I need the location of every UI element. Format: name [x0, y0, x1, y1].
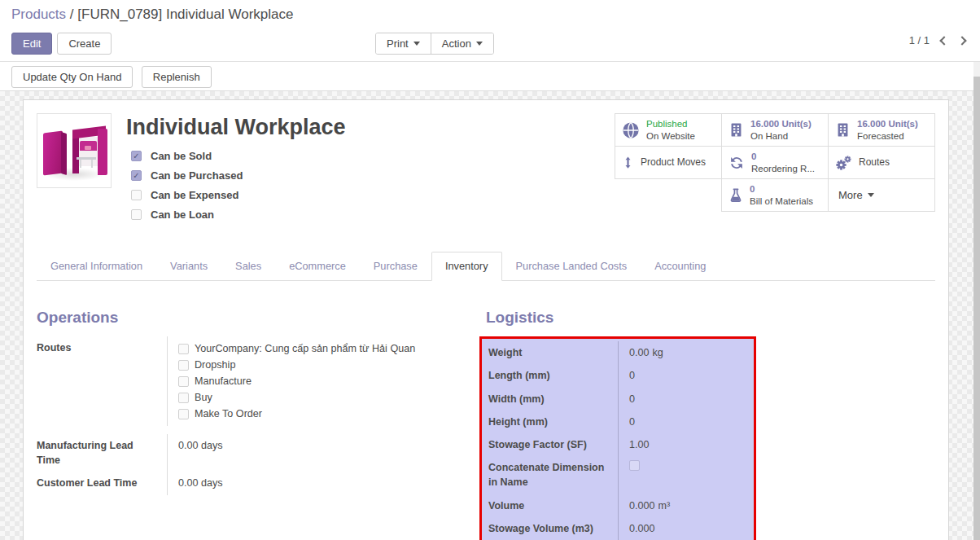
can-be-expensed-checkbox[interactable] [131, 190, 142, 200]
form-statusbar: Update Qty On Hand Replenish [0, 63, 980, 91]
product-image[interactable] [37, 113, 112, 188]
logistics-highlighted-region: Weight 0.00kg Length (mm) 0 Width (mm) 0 [479, 336, 756, 540]
tab-inventory[interactable]: Inventory [431, 252, 502, 281]
can-be-sold-checkbox[interactable] [131, 151, 142, 161]
caret-down-icon [868, 193, 874, 197]
length-value: 0 [618, 364, 754, 387]
caret-down-icon [413, 42, 420, 46]
flag-can-be-expensed: Can be Expensed [131, 189, 346, 201]
notebook-tabs: General Information Variants Sales eComm… [37, 252, 935, 281]
width-value: 0 [618, 388, 754, 410]
scrollbar-thumb[interactable] [973, 77, 980, 540]
caret-down-icon [476, 42, 483, 46]
customer-lead-time-value: 0.00 days [167, 472, 473, 494]
globe-icon [622, 121, 640, 139]
route-buy-checkbox[interactable] [178, 393, 189, 403]
tab-general-information[interactable]: General Information [37, 252, 156, 281]
content-area: Published On Website 16.000 Unit(s) [0, 91, 980, 540]
stat-button-more[interactable]: More [829, 179, 935, 212]
flag-can-be-sold: Can be Sold [131, 150, 346, 162]
tab-variants[interactable]: Variants [156, 252, 221, 281]
control-panel: Products / [FURN_0789] Individual Workpl… [0, 0, 980, 62]
stat-button-routes[interactable]: Routes [829, 147, 935, 179]
tab-ecommerce[interactable]: eCommerce [275, 252, 360, 281]
stat-button-on-hand[interactable]: 16.000 Unit(s) On Hand [722, 114, 829, 147]
route-yourcompany-checkbox[interactable] [178, 344, 189, 354]
logistics-heading: Logistics [486, 309, 929, 327]
pager-next-icon[interactable] [957, 36, 966, 45]
route-manufacture-checkbox[interactable] [178, 376, 189, 387]
route-option-yourcompany: YourCompany: Cung cấp sản phẩm từ Hải Qu… [178, 340, 473, 357]
operations-heading: Operations [37, 309, 473, 327]
tab-purchase-landed-costs[interactable]: Purchase Landed Costs [502, 252, 641, 281]
pager-value: 1 / 1 [909, 34, 930, 46]
building-icon [835, 122, 851, 138]
can-be-loan-checkbox[interactable] [131, 209, 142, 220]
field-weight: Weight 0.00kg [482, 341, 754, 364]
action-menu-button[interactable]: Action [431, 33, 493, 54]
field-customer-lead-time: Customer Lead Time 0.00 days [37, 472, 473, 494]
breadcrumb: Products / [FURN_0789] Individual Workpl… [11, 7, 293, 23]
vertical-scrollbar[interactable] [973, 62, 980, 540]
stat-button-on-website[interactable]: Published On Website [615, 114, 722, 147]
edit-button[interactable]: Edit [11, 33, 52, 55]
field-concatenate-dimension: Concatenate Dimension in Name [482, 456, 754, 494]
field-routes: Routes YourCompany: Cung cấp sản phẩm từ… [37, 336, 473, 426]
page-title: Individual Workplace [126, 115, 346, 140]
route-option-manufacture: Manufacture [178, 373, 473, 389]
flag-can-be-loan: Can be Loan [131, 209, 346, 221]
field-length: Length (mm) 0 [482, 364, 754, 387]
stat-button-bill-of-materials[interactable]: 0 Bill of Materials [722, 179, 829, 212]
field-volume: Volume 0.000m³ [482, 494, 754, 517]
tab-sales[interactable]: Sales [221, 252, 275, 281]
stat-box-empty-cell [615, 179, 722, 212]
published-status: Published [646, 118, 695, 130]
route-option-buy: Buy [178, 389, 473, 406]
flag-can-be-purchased: Can be Purchased [131, 169, 346, 182]
breadcrumb-products-link[interactable]: Products [11, 7, 66, 22]
update-qty-on-hand-button[interactable]: Update Qty On Hand [11, 66, 133, 88]
building-icon [728, 122, 744, 138]
tab-purchase[interactable]: Purchase [360, 252, 431, 281]
field-height: Height (mm) 0 [482, 410, 754, 433]
breadcrumb-separator: / [70, 7, 77, 22]
stowage-volume-value: 0.000 [618, 517, 754, 540]
route-option-make-to-order: Make To Order [178, 406, 473, 422]
field-stowage-volume: Stowage Volume (m3) 0.000 [482, 517, 754, 540]
route-option-dropship: Dropship [178, 357, 473, 373]
route-dropship-checkbox[interactable] [178, 360, 189, 371]
stowage-factor-value: 1.00 [618, 433, 754, 456]
breadcrumb-current: [FURN_0789] Individual Workplace [77, 7, 293, 22]
manufacturing-lead-time-value: 0.00 days [167, 434, 473, 472]
stat-button-forecasted[interactable]: 16.000 Unit(s) Forecasted [829, 114, 935, 147]
can-be-purchased-checkbox[interactable] [131, 170, 142, 181]
stat-button-reordering-rules[interactable]: 0 Reordering R... [722, 147, 829, 179]
volume-value: 0.000m³ [618, 494, 754, 517]
height-value: 0 [618, 410, 754, 433]
field-manufacturing-lead-time: Manufacturing Lead Time 0.00 days [37, 434, 473, 472]
tab-accounting[interactable]: Accounting [641, 252, 720, 281]
arrows-vertical-icon [622, 156, 634, 169]
print-menu-button[interactable]: Print [376, 33, 431, 54]
route-make-to-order-checkbox[interactable] [178, 409, 189, 419]
form-sheet: Published On Website 16.000 Unit(s) [23, 99, 949, 540]
stat-button-product-moves[interactable]: Product Moves [615, 147, 722, 179]
stat-button-box: Published On Website 16.000 Unit(s) [615, 113, 935, 212]
refresh-icon [728, 155, 745, 171]
field-stowage-factor: Stowage Factor (SF) 1.00 [482, 433, 754, 456]
weight-value: 0.00kg [618, 341, 754, 364]
action-menu-group: Print Action [375, 33, 494, 55]
flask-icon [728, 188, 743, 203]
pager-previous-icon[interactable] [939, 36, 948, 45]
replenish-button[interactable]: Replenish [142, 66, 212, 88]
create-button[interactable]: Create [57, 33, 112, 55]
gears-icon [835, 155, 852, 171]
concatenate-dimension-checkbox[interactable] [629, 460, 640, 471]
field-width: Width (mm) 0 [482, 388, 754, 410]
